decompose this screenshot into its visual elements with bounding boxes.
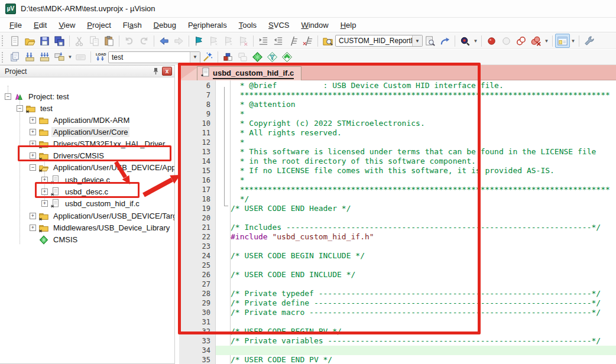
manage-project-items-button[interactable] [221, 50, 235, 64]
undo-button[interactable] [122, 34, 137, 48]
manage-rte-button[interactable] [250, 50, 265, 64]
menu-window[interactable]: Window [295, 19, 334, 31]
indent-button[interactable] [256, 34, 271, 48]
tree-item-usbd-custom-hid-if-c[interactable]: +usbd_custom_hid_if.c [41, 197, 141, 209]
expand-icon[interactable]: + [30, 152, 36, 159]
uncomment-selection-button[interactable] [300, 34, 315, 48]
configure-button[interactable] [582, 34, 596, 48]
tree-item-label: Project: test [27, 92, 71, 102]
menu-view[interactable]: View [53, 19, 81, 31]
collapse-icon[interactable]: − [30, 164, 36, 171]
prev-bookmark-button[interactable] [206, 34, 221, 48]
search-text-combo[interactable]: CUSTOM_HID_ReportDes▼ [335, 35, 423, 47]
collapse-icon[interactable]: − [17, 105, 23, 112]
paste-button[interactable] [102, 34, 116, 48]
menu-svcs[interactable]: SVCS [262, 19, 295, 31]
tree-item-application-user-core[interactable]: +Application/User/Core [30, 126, 129, 138]
expand-icon[interactable]: + [41, 177, 48, 183]
flag-gray-icon [223, 35, 234, 47]
tree-item-drivers-stm32f1xx-hal-driver[interactable]: +Drivers/STM32F1xx_HAL_Driver [30, 138, 167, 150]
batch-build-button[interactable] [52, 50, 67, 64]
tree-item-usbd-desc-c[interactable]: +usbd_desc.c [41, 186, 110, 197]
kill-all-breakpoints-button[interactable] [514, 34, 529, 48]
tree-item-usb-device-c[interactable]: +usb_device.c [41, 174, 112, 186]
disable-breakpoint-button[interactable] [499, 34, 514, 48]
cmsis-diamond-icon [38, 235, 49, 244]
toggle-bookmark-button[interactable] [192, 34, 206, 48]
tree-item-application-user-usb-device-app[interactable]: −Application/User/USB_DEVICE/App [30, 161, 174, 173]
expand-icon[interactable]: + [41, 200, 48, 207]
folder-badge-icon [38, 151, 49, 160]
menu-edit[interactable]: Edit [28, 19, 53, 31]
goto-definition-button[interactable] [437, 34, 452, 48]
tree-item-application-mdk-arm[interactable]: +Application/MDK-ARM [30, 114, 131, 126]
expand-icon[interactable]: + [30, 213, 36, 219]
build-button[interactable] [22, 50, 37, 64]
rebuild-button[interactable] [37, 50, 52, 64]
expand-icon[interactable]: + [41, 188, 48, 195]
dropdown-arrow-icon[interactable]: ▼ [472, 34, 479, 48]
dropdown-arrow-icon[interactable]: ▼ [570, 34, 576, 48]
select-packs-button[interactable] [265, 50, 280, 64]
navigate-back-button[interactable] [157, 34, 171, 48]
disable-all-breakpoints-button[interactable] [529, 34, 543, 48]
target-select-combo[interactable]: test▼ [108, 51, 200, 63]
save-button[interactable] [37, 34, 52, 48]
bp-gray-icon [501, 35, 512, 47]
multi-project-button[interactable] [235, 50, 250, 64]
comment-selection-button[interactable] [286, 34, 300, 48]
collapse-icon[interactable]: − [5, 93, 11, 100]
menu-file[interactable]: File [4, 19, 28, 31]
outdent-button[interactable] [271, 34, 286, 48]
stop-build-button[interactable] [73, 50, 88, 64]
combo-dropdown-icon[interactable]: ▼ [190, 52, 200, 63]
pin-icon[interactable] [151, 67, 160, 76]
folder-badge-icon [38, 223, 49, 232]
menu-project[interactable]: Project [81, 19, 116, 31]
filter-diamond-icon [267, 51, 278, 63]
menu-help[interactable]: Help [335, 19, 362, 31]
redo-button[interactable] [137, 34, 151, 48]
tree-item-application-user-usb-device-target[interactable]: +Application/User/USB_DEVICE/Target [30, 210, 174, 222]
tab-usbd-custom-hid-if[interactable]: usbd_custom_hid_if.c [197, 66, 301, 80]
dropdown-arrow-icon[interactable]: ▼ [67, 50, 73, 64]
tree-item-middlewares-usb-device-library[interactable]: +Middlewares/USB_Device_Library [30, 222, 171, 233]
navigate-forward-button[interactable] [171, 34, 186, 48]
combo-dropdown-icon[interactable]: ▼ [412, 35, 422, 46]
find-in-document-button[interactable] [423, 34, 437, 48]
new-file-button[interactable] [8, 34, 22, 48]
tree-item-test[interactable]: −test [17, 102, 54, 114]
save-all-button[interactable] [52, 34, 67, 48]
expand-icon[interactable]: + [30, 129, 36, 135]
pack-installer-button[interactable] [280, 50, 294, 64]
insert-breakpoint-button[interactable] [484, 34, 499, 48]
rebuild-icon [39, 51, 50, 63]
code-area[interactable]: * @brief : USB Device Custom HID interfa… [179, 80, 616, 364]
copy-button[interactable] [87, 34, 102, 48]
menu-flash[interactable]: Flash [117, 19, 148, 31]
menu-tools[interactable]: Tools [233, 19, 262, 31]
next-bookmark-button[interactable] [221, 34, 236, 48]
translate-button[interactable] [8, 50, 22, 64]
tree-item-project-test[interactable]: −Project: test [5, 90, 71, 102]
tree-item-drivers-cmsis[interactable]: +Drivers/CMSIS [30, 150, 106, 161]
tree-item-cmsis[interactable]: CMSIS [30, 233, 79, 245]
code-token: * @attention [231, 100, 296, 109]
find-in-files-button[interactable] [320, 34, 335, 48]
code-line-13: * This software is licensed under terms … [231, 147, 596, 157]
menu-debug[interactable]: Debug [148, 19, 182, 31]
expand-icon[interactable]: + [30, 117, 36, 124]
options-for-target-button[interactable] [200, 50, 215, 64]
dropdown-arrow-icon[interactable]: ▼ [543, 34, 550, 48]
expand-icon[interactable]: + [30, 141, 36, 147]
download-button[interactable]: LOAD [93, 50, 108, 64]
close-icon[interactable]: x [162, 67, 172, 76]
project-panel-header: Project x [0, 66, 174, 77]
find-button[interactable] [458, 34, 472, 48]
menu-peripherals[interactable]: Peripherals [182, 19, 233, 31]
cut-button[interactable] [72, 34, 87, 48]
window-layout-button[interactable] [555, 34, 570, 48]
expand-icon[interactable]: + [30, 225, 36, 231]
clear-bookmarks-button[interactable] [236, 34, 251, 48]
open-file-button[interactable] [22, 34, 37, 48]
